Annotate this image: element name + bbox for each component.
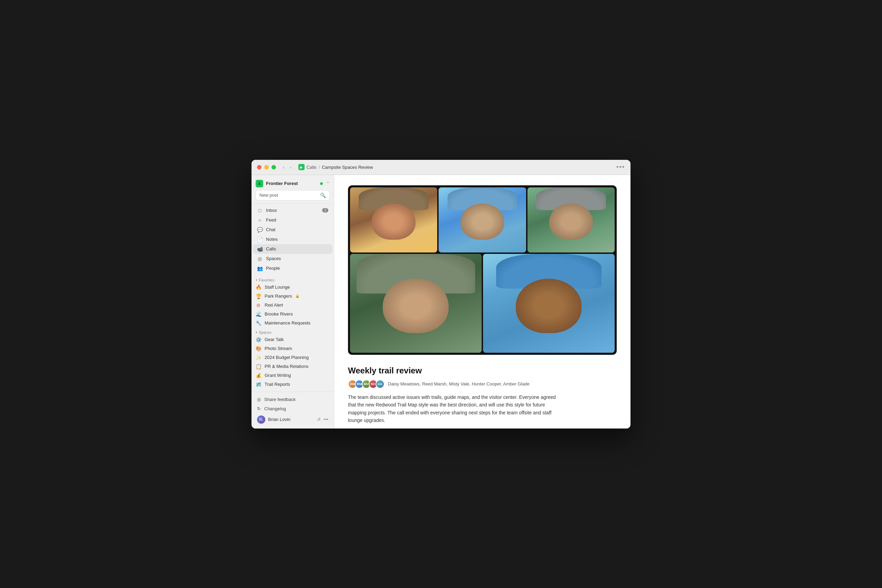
space-item-budget-planning[interactable]: ✨ 2024 Budget Planning [252,353,334,362]
lock-icon: 🔒 [295,294,299,298]
space-label: PR & Media Relations [265,364,308,369]
changelog-button[interactable]: ↻ Changelog [253,404,333,413]
sidebar: 🌲 Frontier Forest ⌃ New post 🔍 □ Inbox 2 [252,175,334,429]
title-bar: ‹ › ▶ Calls / Campsite Spaces Review ••• [252,160,630,175]
new-post-button[interactable]: New post 🔍 [256,190,330,201]
red-alert-icon: ⊘ [256,303,261,308]
favorite-item-maintenance[interactable]: 🔧 Maintenance Requests [252,319,334,328]
sidebar-item-people[interactable]: 👥 People [253,264,333,273]
staff-lounge-icon: 🔥 [256,285,261,290]
feedback-label: Share feedback [264,397,296,402]
sidebar-item-label: Inbox [266,208,277,213]
user-name: Brian Lovin [268,417,314,422]
participant-avatars: DM RM MV HC AG [348,380,382,388]
sidebar-item-inbox[interactable]: □ Inbox 2 [253,206,333,215]
sidebar-item-feed[interactable]: ○ Feed [253,215,333,225]
search-icon[interactable]: 🔍 [320,192,326,198]
favorite-label: Maintenance Requests [265,320,310,326]
sidebar-item-calls[interactable]: 📹 Calls [253,244,333,254]
sidebar-item-notes[interactable]: 📄 Notes [253,235,333,244]
inbox-badge: 2 [322,208,328,213]
new-post-label: New post [260,192,318,198]
favorites-list: 🔥 Staff Lounge 🏆 Park Rangers 🔒 ⊘ Red Al… [252,283,334,328]
participant-avatar-5: AG [375,380,384,388]
pr-media-icon: 📋 [256,364,261,369]
chat-icon: 💬 [257,227,262,232]
video-cell-2 [439,188,526,253]
space-item-pr-media[interactable]: 📋 PR & Media Relations [252,362,334,371]
online-indicator [320,182,323,185]
favorites-label: Favorites [259,278,274,282]
close-button[interactable] [257,165,261,170]
sidebar-item-label: People [266,266,280,271]
spaces-label: Spaces [259,330,272,334]
spaces-section-label[interactable]: ▾ Spaces [252,328,334,335]
gear-talk-icon: ⚙️ [256,337,261,342]
video-cell-1 [350,188,437,253]
share-feedback-button[interactable]: ◎ Share feedback [253,395,333,404]
space-label: Grant Writing [265,373,291,378]
video-cell-5 [483,254,615,353]
favorite-item-staff-lounge[interactable]: 🔥 Staff Lounge [252,283,334,292]
favorite-label: Red Alert [265,303,283,308]
favorite-label: Park Rangers [265,294,292,298]
trail-reports-icon: 🗺️ [256,382,261,387]
app-window: ‹ › ▶ Calls / Campsite Spaces Review •••… [252,160,630,429]
back-button[interactable]: ‹ [282,164,286,171]
grant-writing-icon: 💰 [256,373,261,378]
changelog-label: Changelog [264,406,286,411]
space-item-photo-stream[interactable]: 🎨 Photo Stream [252,344,334,353]
people-icon: 👥 [257,266,262,271]
video-cell-3 [528,188,615,253]
notes-icon: 📄 [257,237,262,242]
photo-stream-icon: 🎨 [256,346,261,351]
sidebar-item-spaces[interactable]: ◎ Spaces [253,254,333,264]
space-label: 2024 Budget Planning [265,355,309,360]
spaces-list: ⚙️ Gear Talk 🎨 Photo Stream ✨ 2024 Budge… [252,335,334,389]
favorite-item-park-rangers[interactable]: 🏆 Park Rangers 🔒 [252,292,334,301]
participants-names: Daisy Meadows, Reed Marsh, Misty Vale, H… [388,381,530,387]
park-rangers-icon: 🏆 [256,294,261,299]
workspace-row[interactable]: 🌲 Frontier Forest ⌃ [256,178,330,190]
forward-button[interactable]: › [288,164,292,171]
favorite-item-brooke-rivers[interactable]: 🌊 Brooke Rivers [252,310,334,319]
breadcrumb-page: Campsite Spaces Review [322,165,373,170]
space-item-trail-reports[interactable]: 🗺️ Trail Reports [252,380,334,389]
brooke-rivers-icon: 🌊 [256,311,261,317]
space-item-grant-writing[interactable]: 💰 Grant Writing [252,371,334,380]
favorite-label: Staff Lounge [265,285,290,290]
post-title: Weekly trail review [348,366,617,375]
nav-arrows: ‹ › [282,164,293,171]
post-section: Weekly trail review DM RM MV HC AG Daisy… [348,366,617,429]
sidebar-item-label: Spaces [266,256,281,261]
maximize-button[interactable] [272,165,276,170]
sidebar-item-label: Calls [266,246,276,252]
main-content: Weekly trail review DM RM MV HC AG Daisy… [334,175,630,429]
favorites-arrow: ▾ [256,278,257,282]
app-icon: ▶ [298,164,304,170]
more-options-button[interactable]: ••• [616,164,625,171]
space-item-gear-talk[interactable]: ⚙️ Gear Talk [252,335,334,344]
sidebar-footer: ◎ Share feedback ↻ Changelog BL Brian Lo… [252,392,334,429]
workspace-name: Frontier Forest [266,181,317,186]
sidebar-item-chat[interactable]: 💬 Chat [253,225,333,235]
workspace-expand-icon[interactable]: ⌃ [326,181,330,186]
space-label: Gear Talk [265,337,284,342]
breadcrumb-section[interactable]: Calls [307,165,316,170]
workspace-icon: 🌲 [256,180,263,188]
app-body: 🌲 Frontier Forest ⌃ New post 🔍 □ Inbox 2 [252,175,630,429]
user-profile-row[interactable]: BL Brian Lovin ↺ ••• [253,413,333,426]
user-avatar: BL [257,416,265,424]
feedback-icon: ◎ [257,397,261,402]
refresh-icon[interactable]: ↺ [317,417,321,422]
favorite-item-red-alert[interactable]: ⊘ Red Alert [252,301,334,310]
sidebar-item-label: Chat [266,227,275,232]
minimize-button[interactable] [264,165,269,170]
favorites-section-label[interactable]: ▾ Favorites [252,275,334,283]
video-call-grid [348,185,617,355]
user-more-icon[interactable]: ••• [324,417,328,422]
video-bottom-row [350,254,615,353]
video-cell-4 [350,254,482,353]
spaces-arrow: ▾ [256,331,257,334]
sidebar-item-label: Feed [266,218,276,222]
